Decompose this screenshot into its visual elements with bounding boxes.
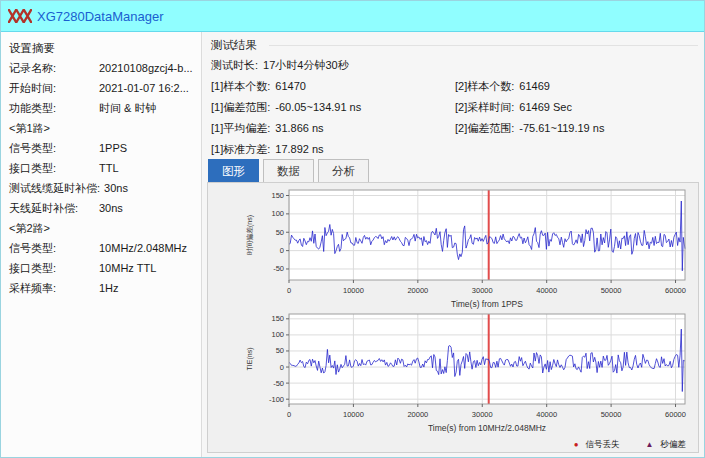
settings-row: 测试线缆延时补偿:30ns — [9, 178, 193, 198]
svg-text:60000: 60000 — [665, 410, 686, 419]
settings-summary-panel: 设置摘要 记录名称:20210108gzcj4-b...开始时间:2021-01… — [1, 32, 202, 457]
results-stats-column-1: 测试时长:17小时4分钟30秒[1]样本个数:61470[1]偏差范围:-60.… — [211, 55, 361, 160]
chart-legend: ●信号丢失▲秒偏差 — [574, 439, 686, 451]
settings-value: 30ns — [104, 178, 128, 198]
app-window: XG7280DataManager 设置摘要 记录名称:20210108gzcj… — [0, 0, 705, 458]
result-stat-value: 61469 — [519, 76, 550, 97]
settings-label: 接口类型: — [9, 258, 95, 278]
groupbox-border-line — [269, 45, 698, 46]
result-stat-label: 测试时长: — [211, 55, 258, 76]
settings-row: 功能类型:时间 & 时钟 — [9, 98, 193, 118]
svg-text:20000: 20000 — [407, 410, 428, 419]
svg-text:100: 100 — [271, 209, 284, 218]
settings-row: 开始时间:2021-01-07 16:2... — [9, 78, 193, 98]
settings-label: 信号类型: — [9, 238, 95, 258]
result-stat-label: [1]样本个数: — [211, 76, 270, 97]
result-stat-row: [1]偏差范围:-60.05~134.91 ns — [211, 97, 361, 118]
settings-row: 采样频率:1Hz — [9, 278, 193, 298]
result-stat-value: -75.61~119.19 ns — [519, 118, 604, 139]
settings-row: 天线延时补偿:30ns — [9, 198, 193, 218]
result-stat-row: 测试时长:17小时4分钟30秒 — [211, 55, 361, 76]
settings-value: 30ns — [99, 198, 123, 218]
result-stat-row: [2]采样时间:61469 Sec — [455, 97, 604, 118]
tab-bar: 图形数据分析 — [208, 159, 369, 182]
settings-panel-title: 设置摘要 — [9, 38, 193, 58]
settings-row: <第1路> — [9, 118, 193, 138]
tab-graph[interactable]: 图形 — [208, 159, 259, 182]
svg-text:50: 50 — [276, 228, 284, 237]
result-stat-row: [1]标准方差:17.892 ns — [211, 139, 361, 160]
result-stat-label: [1]标准方差: — [211, 139, 270, 160]
settings-label: 功能类型: — [9, 98, 95, 118]
results-panel: 测试结果 测试时长:17小时4分钟30秒[1]样本个数:61470[1]偏差范围… — [203, 32, 704, 457]
settings-label: <第1路> — [9, 118, 95, 138]
legend-label: 秒偏差 — [661, 439, 687, 451]
svg-text:150: 150 — [271, 191, 284, 200]
svg-text:100: 100 — [271, 330, 284, 339]
settings-label: 记录名称: — [9, 58, 95, 78]
result-stat-label: [1]平均偏差: — [211, 118, 270, 139]
result-stat-label: [2]采样时间: — [455, 97, 514, 118]
result-stat-value: 17小时4分钟30秒 — [263, 55, 349, 76]
settings-value: 2021-01-07 16:2... — [99, 78, 189, 98]
settings-value: 10MHz TTL — [99, 258, 156, 278]
svg-text:0: 0 — [287, 410, 291, 419]
result-stat-row: [1]平均偏差:31.866 ns — [211, 118, 361, 139]
second-deviation-marker-icon: ▲ — [646, 441, 654, 449]
graph-tab-panel: -500501001500100002000030000400005000060… — [207, 182, 699, 453]
results-stats-column-2: [2]样本个数:61469[2]采样时间:61469 Sec[2]偏差范围:-7… — [455, 76, 604, 139]
settings-value: 时间 & 时钟 — [99, 98, 156, 118]
settings-label: 天线延时补偿: — [9, 198, 95, 218]
legend-item: ▲秒偏差 — [646, 439, 686, 451]
svg-text:-50: -50 — [273, 264, 284, 273]
svg-text:-50: -50 — [273, 379, 284, 388]
settings-value: 10MHz/2.048MHz — [99, 238, 187, 258]
title-bar[interactable]: XG7280DataManager — [1, 1, 704, 32]
chart-time-deviation-1pps[interactable]: -500501001500100002000030000400005000060… — [208, 186, 702, 310]
signal-loss-marker-icon: ● — [574, 441, 579, 449]
result-stat-label: [1]偏差范围: — [211, 97, 270, 118]
settings-value: 1Hz — [99, 278, 119, 298]
svg-text:TIE(ns): TIE(ns) — [246, 348, 254, 371]
tab-analysis[interactable]: 分析 — [318, 159, 369, 182]
app-logo-icon — [8, 9, 32, 23]
result-stat-value: 61470 — [275, 76, 306, 97]
svg-text:30000: 30000 — [472, 410, 493, 419]
result-stat-label: [2]偏差范围: — [455, 118, 514, 139]
chart-tie-10mhz[interactable]: -100-50050100150010000200003000040000500… — [208, 310, 702, 434]
svg-text:Time(s) from 1PPS: Time(s) from 1PPS — [451, 299, 523, 309]
settings-label: <第2路> — [9, 218, 95, 238]
tab-data[interactable]: 数据 — [263, 159, 314, 182]
result-stat-value: -60.05~134.91 ns — [275, 97, 361, 118]
settings-row: 接口类型:TTL — [9, 158, 193, 178]
result-stat-row: [2]样本个数:61469 — [455, 76, 604, 97]
results-panel-title: 测试结果 — [211, 38, 263, 53]
svg-text:-100: -100 — [269, 395, 284, 404]
svg-text:20000: 20000 — [407, 286, 428, 295]
svg-text:40000: 40000 — [536, 286, 557, 295]
settings-value: 1PPS — [99, 138, 127, 158]
settings-label: 接口类型: — [9, 158, 95, 178]
result-stat-row: [2]偏差范围:-75.61~119.19 ns — [455, 118, 604, 139]
settings-rows: 记录名称:20210108gzcj4-b...开始时间:2021-01-07 1… — [9, 58, 193, 298]
svg-text:时间偏差(ns): 时间偏差(ns) — [246, 215, 254, 255]
svg-text:30000: 30000 — [472, 286, 493, 295]
svg-text:0: 0 — [287, 286, 291, 295]
svg-text:10000: 10000 — [343, 410, 364, 419]
result-stat-label: [2]样本个数: — [455, 76, 514, 97]
result-stat-value: 31.866 ns — [275, 118, 323, 139]
svg-text:0: 0 — [280, 363, 284, 372]
settings-row: <第2路> — [9, 218, 193, 238]
legend-item: ●信号丢失 — [574, 439, 620, 451]
svg-text:0: 0 — [280, 246, 284, 255]
svg-text:150: 150 — [271, 314, 284, 323]
result-stat-row: [1]样本个数:61470 — [211, 76, 361, 97]
svg-text:50: 50 — [276, 346, 284, 355]
settings-value: 20210108gzcj4-b... — [99, 58, 193, 78]
result-stat-value: 17.892 ns — [275, 139, 323, 160]
settings-row: 信号类型:10MHz/2.048MHz — [9, 238, 193, 258]
settings-row: 记录名称:20210108gzcj4-b... — [9, 58, 193, 78]
settings-value: TTL — [99, 158, 119, 178]
window-title: XG7280DataManager — [37, 9, 163, 24]
svg-text:Time(s) from 10MHz/2.048MHz: Time(s) from 10MHz/2.048MHz — [428, 423, 546, 433]
